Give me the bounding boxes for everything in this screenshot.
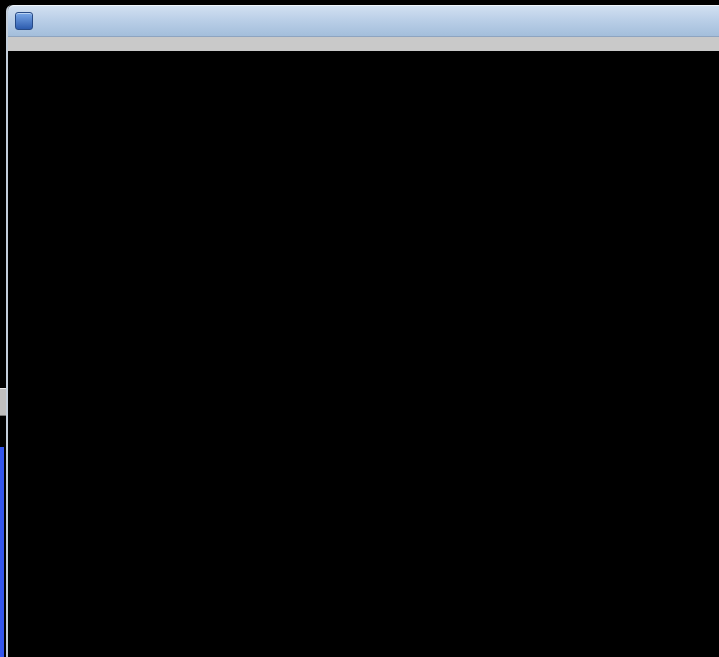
background-window-left-fragment [0, 0, 6, 657]
title-bar[interactable] [8, 5, 719, 37]
memory-map-table [8, 51, 719, 654]
memory-map-window [6, 5, 719, 657]
background-scrollbar-fragment [0, 388, 6, 416]
background-window-top-fragment [6, 0, 719, 5]
memory-map-icon [15, 12, 33, 30]
background-blue-bar-fragment [0, 447, 4, 657]
screen: { "window": { "title": "Memory map", "ic… [0, 0, 719, 657]
column-header-row [8, 37, 719, 51]
